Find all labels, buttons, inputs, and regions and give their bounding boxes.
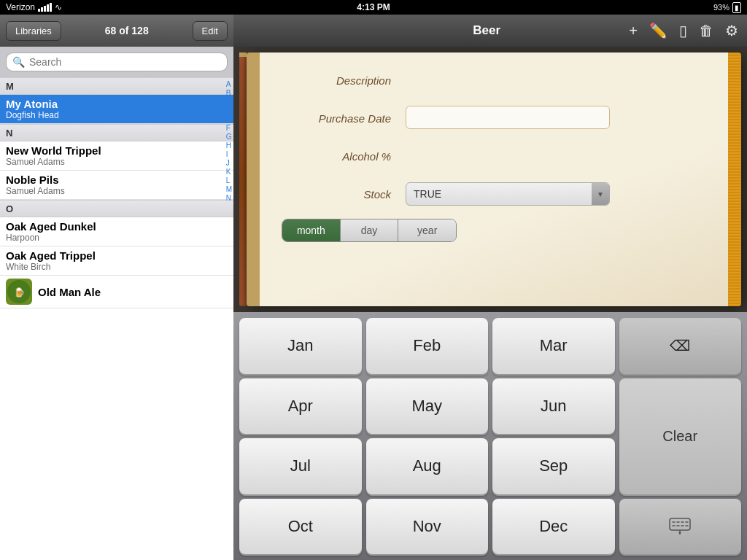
wifi-icon: ∿	[55, 2, 62, 12]
dec-key[interactable]: Dec	[492, 499, 615, 555]
status-left: Verizon ∿	[6, 2, 62, 12]
date-segment-year[interactable]: year	[398, 219, 456, 241]
feb-key[interactable]: Feb	[366, 318, 489, 374]
list-item[interactable]: 🍺 Old Man Ale	[0, 276, 233, 308]
right-toolbar: Beer + ✏️ ▯ 🗑 ⚙	[233, 15, 747, 47]
item-sub: White Birch	[6, 262, 228, 272]
search-icon: 🔍	[12, 56, 25, 68]
item-name: Oak Aged Dunkel	[6, 220, 228, 233]
left-toolbar: Libraries 68 of 128 Edit	[0, 15, 233, 47]
list-item[interactable]: My Atonia Dogfish Head	[0, 95, 233, 124]
gear-icon[interactable]: ⚙	[725, 22, 738, 39]
book-area: Description Purchase Date Alcohol %	[233, 47, 747, 312]
item-icon: 🍺	[6, 279, 32, 305]
add-icon[interactable]: +	[629, 23, 638, 39]
may-key[interactable]: May	[366, 378, 489, 435]
search-wrapper: 🔍	[6, 52, 228, 71]
oct-key[interactable]: Oct	[239, 499, 362, 555]
book-page: Description Purchase Date Alcohol %	[247, 52, 741, 306]
clear-key[interactable]: Clear	[619, 378, 742, 494]
jun-key[interactable]: Jun	[492, 378, 615, 435]
jan-key[interactable]: Jan	[239, 318, 362, 374]
edit-button[interactable]: Edit	[193, 21, 228, 41]
item-name: Old Man Ale	[38, 286, 101, 298]
item-name: Oak Aged Trippel	[6, 249, 228, 262]
item-sub: Harpoon	[6, 233, 228, 243]
stock-dropdown[interactable]: TRUE ▼	[406, 182, 610, 206]
status-right: 93% ▮	[713, 2, 741, 13]
carrier-label: Verizon	[6, 2, 35, 12]
section-header-o: O	[0, 200, 233, 217]
beer-title: Beer	[473, 23, 500, 38]
item-sub: Dogfish Head	[6, 110, 228, 120]
purchase-date-input[interactable]	[406, 106, 610, 129]
clock: 4:13 PM	[357, 2, 390, 12]
toolbar-icons: + ✏️ ▯ 🗑 ⚙	[629, 22, 738, 39]
date-segment-day[interactable]: day	[341, 219, 399, 241]
signal-icon	[38, 3, 52, 12]
jul-key[interactable]: Jul	[239, 438, 362, 494]
date-picker-control: month day year	[282, 219, 457, 242]
list-item[interactable]: Oak Aged Dunkel Harpoon	[0, 217, 233, 246]
right-panel: Beer + ✏️ ▯ 🗑 ⚙ Description Purchase	[233, 15, 747, 560]
nov-key[interactable]: Nov	[366, 499, 489, 555]
stock-dropdown-value: TRUE	[414, 188, 441, 200]
item-name: My Atonia	[6, 98, 228, 110]
count-label: 68 of 128	[105, 25, 149, 36]
keyboard-dismiss-icon	[669, 518, 691, 535]
index-letters[interactable]: A B C D E F G H I J K L M N	[226, 77, 232, 205]
search-bar: 🔍	[0, 47, 233, 77]
item-sub: Samuel Adams	[6, 186, 228, 196]
description-row: Description	[282, 67, 719, 93]
list-item[interactable]: Noble Pils Samuel Adams	[0, 171, 233, 200]
status-bar: Verizon ∿ 4:13 PM 93% ▮	[0, 0, 747, 15]
item-name: Noble Pils	[6, 174, 228, 186]
aug-key[interactable]: Aug	[366, 438, 489, 494]
stock-label: Stock	[282, 188, 391, 201]
copy-icon[interactable]: ▯	[679, 22, 687, 39]
sep-key[interactable]: Sep	[492, 438, 615, 494]
month-picker-keyboard: Jan Feb Mar ⌫ Apr May Jun Clear Jul Aug …	[233, 312, 747, 560]
backspace-key[interactable]: ⌫	[619, 318, 742, 374]
section-header-m: M	[0, 77, 233, 95]
book-right-edge	[728, 52, 741, 306]
left-panel: Libraries 68 of 128 Edit 🔍 M My Atonia D…	[0, 15, 233, 560]
search-input[interactable]	[29, 56, 221, 68]
trash-icon[interactable]: 🗑	[699, 23, 713, 39]
pencil-icon[interactable]: ✏️	[649, 22, 667, 39]
date-segment-month[interactable]: month	[282, 219, 341, 241]
alcohol-row: Alcohol %	[282, 143, 719, 169]
battery-icon: ▮	[732, 2, 741, 13]
libraries-button[interactable]: Libraries	[6, 21, 61, 41]
svg-rect-2	[670, 518, 690, 530]
list-item[interactable]: Oak Aged Trippel White Birch	[0, 246, 233, 276]
dismiss-keyboard-key[interactable]	[619, 499, 742, 555]
item-with-icon: 🍺 Old Man Ale	[6, 279, 228, 305]
stock-row: Stock TRUE ▼	[282, 181, 719, 207]
purchase-date-label: Purchase Date	[282, 112, 391, 125]
battery-label: 93%	[713, 3, 729, 12]
item-name: New World Trippel	[6, 144, 228, 157]
mar-key[interactable]: Mar	[492, 318, 615, 374]
apr-key[interactable]: Apr	[239, 378, 362, 435]
alcohol-label: Alcohol %	[282, 150, 391, 163]
section-header-n: N	[0, 124, 233, 141]
list-area: M My Atonia Dogfish Head N New World Tri…	[0, 77, 233, 560]
stock-value: TRUE ▼	[406, 182, 719, 206]
book-spine	[239, 52, 247, 306]
purchase-date-value	[406, 106, 719, 131]
item-sub: Samuel Adams	[6, 157, 228, 167]
svg-text:🍺: 🍺	[14, 287, 25, 298]
description-label: Description	[282, 74, 391, 87]
item-text: Old Man Ale	[38, 286, 101, 298]
purchase-date-row: Purchase Date	[282, 105, 719, 131]
list-item[interactable]: New World Trippel Samuel Adams	[0, 141, 233, 171]
dropdown-arrow-icon: ▼	[592, 183, 609, 205]
main-layout: Libraries 68 of 128 Edit 🔍 M My Atonia D…	[0, 15, 747, 560]
